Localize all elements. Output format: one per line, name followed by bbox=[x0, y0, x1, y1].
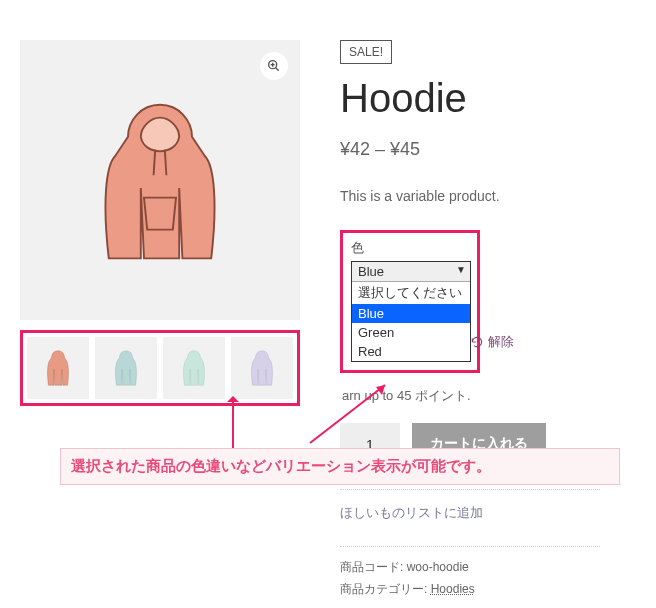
product-title: Hoodie bbox=[340, 76, 636, 121]
thumbnail-1[interactable] bbox=[27, 337, 89, 399]
refresh-icon bbox=[470, 335, 484, 349]
annotation-caption: 選択された商品の色違いなどバリエーション表示が可能です。 bbox=[60, 448, 620, 485]
wishlist-link[interactable]: ほしいものリストに追加 bbox=[340, 489, 600, 522]
color-selected-value[interactable]: Blue bbox=[352, 262, 470, 281]
product-price: ¥42 – ¥45 bbox=[340, 139, 636, 160]
category-link[interactable]: Hoodies bbox=[431, 582, 475, 596]
color-label: 色 bbox=[351, 239, 469, 257]
color-option-placeholder[interactable]: 選択してください bbox=[352, 282, 470, 304]
thumbnail-4[interactable] bbox=[231, 337, 293, 399]
color-option-green[interactable]: Green bbox=[352, 323, 470, 342]
product-description: This is a variable product. bbox=[340, 188, 636, 204]
product-main-image[interactable] bbox=[20, 40, 300, 320]
color-variation-block: 色 Blue 選択してください Blue Green Red bbox=[340, 230, 480, 373]
reset-variation[interactable]: 解除 bbox=[470, 333, 514, 351]
color-dropdown: 選択してください Blue Green Red bbox=[352, 281, 470, 361]
annotation-arrow-2 bbox=[300, 383, 390, 449]
thumbnail-gallery bbox=[20, 330, 300, 406]
color-select[interactable]: Blue 選択してください Blue Green Red bbox=[351, 261, 471, 362]
sku-label: 商品コード: bbox=[340, 560, 403, 574]
thumbnail-2[interactable] bbox=[95, 337, 157, 399]
color-option-blue[interactable]: Blue bbox=[352, 304, 470, 323]
product-meta: 商品コード: woo-hoodie 商品カテゴリー: Hoodies bbox=[340, 546, 600, 600]
sku-value: woo-hoodie bbox=[407, 560, 469, 574]
sale-badge: SALE! bbox=[340, 40, 392, 64]
color-option-red[interactable]: Red bbox=[352, 342, 470, 361]
zoom-icon[interactable] bbox=[260, 52, 288, 80]
svg-line-1 bbox=[275, 67, 278, 70]
category-label: 商品カテゴリー: bbox=[340, 582, 427, 596]
thumbnail-3[interactable] bbox=[163, 337, 225, 399]
reset-label: 解除 bbox=[488, 333, 514, 351]
hoodie-illustration bbox=[80, 90, 240, 270]
